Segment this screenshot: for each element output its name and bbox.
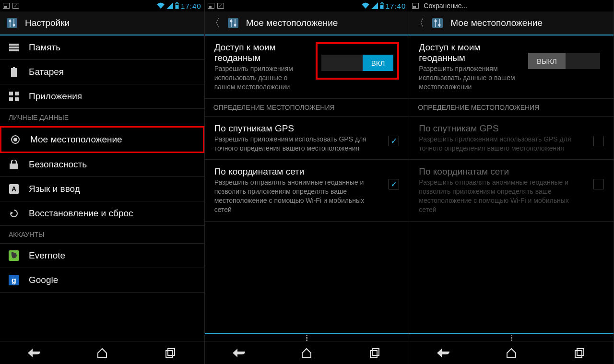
- location-settings: Доступ к моим геоданным Разрешить прилож…: [409, 35, 614, 333]
- svg-rect-25: [166, 351, 173, 357]
- section-personal: ЛИЧНЫЕ ДАННЫЕ: [0, 109, 204, 127]
- section-accounts: АККАУНТЫ: [0, 226, 204, 244]
- google-icon: g: [9, 275, 19, 285]
- location-toggle[interactable]: ВЫКЛ: [528, 53, 600, 69]
- recent-button[interactable]: [156, 343, 185, 363]
- recent-button[interactable]: [565, 343, 594, 363]
- svg-text:g: g: [12, 276, 16, 284]
- item-label: Evernote: [29, 250, 65, 261]
- setting-title: По спутникам GPS: [419, 123, 588, 134]
- location-settings: Доступ к моим геоданным Разрешить прилож…: [205, 35, 409, 333]
- status-right: 17:40: [157, 2, 201, 10]
- download-icon: ✓: [217, 3, 224, 9]
- svg-rect-1: [176, 2, 178, 3]
- back-icon: 〈: [414, 16, 425, 30]
- header[interactable]: 〈 Мое местоположение: [205, 12, 409, 35]
- settings-item-memory[interactable]: Память: [0, 35, 204, 60]
- setting-title: По спутникам GPS: [214, 123, 383, 134]
- setting-title: Доступ к моим геоданным: [419, 42, 519, 63]
- svg-rect-37: [432, 18, 443, 28]
- item-label: Приложения: [29, 91, 82, 102]
- svg-rect-15: [9, 97, 13, 101]
- back-button[interactable]: [20, 343, 48, 363]
- signal-icon: [166, 2, 173, 9]
- settings-item-apps[interactable]: Приложения: [0, 84, 204, 109]
- screen-location-on: ✓ 17:40 〈 Мое местоположение Доступ к мо…: [205, 0, 410, 364]
- storage-icon: [9, 42, 19, 53]
- dots-icon: [511, 335, 512, 341]
- home-button[interactable]: [88, 343, 117, 363]
- network-checkbox: [593, 179, 604, 189]
- svg-rect-42: [575, 351, 582, 357]
- battery-icon: [380, 2, 384, 9]
- settings-icon: [226, 16, 240, 30]
- setting-gps: По спутникам GPS Разрешить приложениям и…: [409, 117, 614, 160]
- svg-rect-30: [228, 18, 238, 28]
- lock-icon: [9, 159, 19, 170]
- status-left: ✓: [3, 3, 19, 9]
- settings-item-battery[interactable]: Батарея: [0, 60, 204, 84]
- image-icon: [208, 3, 214, 9]
- settings-list[interactable]: Память Батарея Приложения ЛИЧНЫЕ ДАННЫЕ …: [0, 35, 204, 341]
- settings-item-evernote[interactable]: Evernote: [0, 244, 204, 268]
- section-sources: ОПРЕДЕЛЕНИЕ МЕСТОПОЛОЖЕНИЯ: [205, 99, 409, 117]
- header-title: Мое местоположение: [246, 18, 338, 28]
- setting-location-access[interactable]: Доступ к моим геоданным Разрешить прилож…: [205, 35, 409, 98]
- toggle-label: ВЫКЛ: [528, 53, 566, 69]
- apps-icon: [9, 91, 19, 102]
- network-checkbox[interactable]: ✓: [389, 179, 399, 189]
- setting-title: Доступ к моим геоданным: [214, 42, 310, 63]
- setting-desc: Разрешить приложениям использовать GPS д…: [419, 135, 588, 153]
- svg-rect-12: [11, 68, 17, 77]
- settings-icon: [5, 16, 19, 30]
- setting-desc: Разрешить отправлять анонимные геоданные…: [214, 178, 383, 214]
- svg-rect-11: [13, 67, 15, 68]
- recent-button[interactable]: [360, 343, 389, 363]
- status-left: ✓: [208, 3, 224, 9]
- item-label: Безопасность: [29, 159, 87, 170]
- wifi-icon: [157, 2, 165, 9]
- screen-location-off: Сохранение... 〈 Мое местоположение Досту…: [409, 0, 614, 364]
- svg-rect-9: [9, 47, 19, 48]
- evernote-icon: [9, 250, 19, 261]
- language-icon: A: [9, 184, 19, 194]
- gps-checkbox[interactable]: ✓: [389, 136, 399, 146]
- header: Настройки: [0, 12, 204, 35]
- location-toggle[interactable]: ВКЛ: [321, 55, 393, 71]
- dots-icon: [306, 335, 307, 341]
- back-button[interactable]: [429, 343, 458, 363]
- nav-bar: [409, 341, 614, 364]
- settings-item-security[interactable]: Безопасность: [0, 153, 204, 177]
- setting-title: По координатам сети: [419, 166, 588, 177]
- nav-bar: [0, 341, 204, 364]
- settings-item-language[interactable]: A Язык и ввод: [0, 177, 204, 201]
- download-icon: ✓: [12, 3, 19, 9]
- header[interactable]: 〈 Мое местоположение: [409, 12, 614, 35]
- svg-rect-19: [10, 164, 18, 169]
- home-button[interactable]: [497, 343, 526, 363]
- setting-gps[interactable]: По спутникам GPS Разрешить приложениям и…: [205, 117, 409, 160]
- settings-icon: [430, 16, 445, 30]
- setting-desc: Разрешить приложениям использовать данны…: [214, 64, 310, 92]
- svg-rect-28: [381, 2, 383, 3]
- overflow-hint: [205, 333, 409, 341]
- settings-item-google[interactable]: g Google: [0, 268, 204, 293]
- clock: 17:40: [181, 2, 201, 10]
- wifi-icon: [362, 2, 369, 9]
- setting-location-access[interactable]: Доступ к моим геоданным Разрешить прилож…: [409, 35, 614, 99]
- home-button[interactable]: [292, 343, 321, 363]
- setting-network[interactable]: По координатам сети Разрешить отправлять…: [205, 160, 409, 222]
- svg-rect-14: [15, 92, 19, 95]
- screen-settings: ✓ 17:40 Настройки Память Батарея Приложе…: [0, 0, 205, 364]
- back-button[interactable]: [224, 343, 253, 363]
- saving-text: Сохранение...: [424, 2, 467, 10]
- item-label: Язык и ввод: [29, 184, 80, 194]
- svg-rect-43: [577, 349, 584, 355]
- item-label: Мое местоположение: [30, 134, 122, 145]
- item-label: Память: [29, 42, 60, 53]
- settings-item-location[interactable]: Мое местоположение: [0, 126, 204, 153]
- settings-item-backup[interactable]: Восстановление и сброс: [0, 201, 204, 226]
- svg-rect-3: [7, 18, 17, 28]
- svg-point-18: [13, 138, 17, 141]
- status-bar: Сохранение...: [409, 0, 614, 12]
